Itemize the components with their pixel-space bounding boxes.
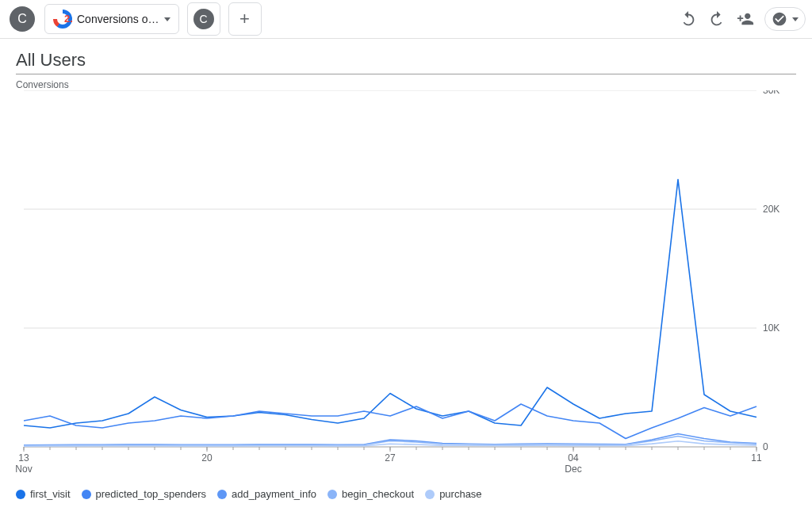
legend-dot-icon bbox=[327, 490, 337, 499]
svg-text:30K: 30K bbox=[763, 90, 779, 96]
legend-item[interactable]: begin_checkout bbox=[327, 488, 414, 500]
tab-inactive[interactable]: C bbox=[187, 2, 220, 36]
svg-text:Nov: Nov bbox=[16, 464, 33, 475]
undo-icon bbox=[680, 10, 697, 28]
person-add-icon bbox=[737, 10, 754, 28]
tab-conversions-active[interactable]: 2. Conversions o… bbox=[44, 4, 179, 34]
svg-text:04: 04 bbox=[568, 452, 579, 464]
svg-text:0: 0 bbox=[763, 441, 768, 452]
chart: 010K20K30K13Nov202704Dec11 bbox=[16, 90, 796, 479]
title-separator bbox=[16, 74, 796, 74]
legend-label: first_visit bbox=[30, 488, 71, 500]
legend-item[interactable]: purchase bbox=[425, 488, 481, 500]
share-button[interactable] bbox=[731, 5, 760, 33]
legend-item[interactable]: first_visit bbox=[16, 488, 71, 500]
legend-item[interactable]: add_payment_info bbox=[217, 488, 316, 500]
tab-label: Conversions o… bbox=[77, 13, 159, 25]
legend: first_visitpredicted_top_spendersadd_pay… bbox=[16, 488, 796, 500]
legend-label: purchase bbox=[439, 488, 481, 500]
annotation-step-badge: 2. bbox=[64, 13, 73, 25]
chart-svg: 010K20K30K13Nov202704Dec11 bbox=[16, 90, 796, 479]
y-axis-label: Conversions bbox=[16, 79, 812, 90]
legend-label: begin_checkout bbox=[342, 488, 414, 500]
check-circle-icon bbox=[772, 11, 787, 27]
svg-text:11: 11 bbox=[751, 452, 762, 464]
undo-button[interactable] bbox=[674, 5, 703, 33]
legend-dot-icon bbox=[82, 490, 91, 499]
svg-text:Dec: Dec bbox=[565, 464, 581, 475]
toolbar: C 2. Conversions o… C + bbox=[0, 0, 812, 39]
svg-text:13: 13 bbox=[18, 452, 29, 464]
redo-button[interactable] bbox=[703, 5, 731, 33]
svg-text:27: 27 bbox=[385, 452, 396, 464]
workspace-avatar[interactable]: C bbox=[10, 6, 35, 32]
legend-label: add_payment_info bbox=[232, 488, 316, 500]
legend-item[interactable]: predicted_top_spenders bbox=[82, 488, 207, 500]
chevron-down-icon[interactable] bbox=[164, 17, 170, 21]
svg-text:20K: 20K bbox=[763, 204, 779, 215]
legend-dot-icon bbox=[425, 490, 435, 499]
svg-text:10K: 10K bbox=[763, 322, 779, 334]
legend-label: predicted_top_spenders bbox=[96, 488, 207, 500]
svg-text:20: 20 bbox=[201, 452, 213, 464]
status-dropdown[interactable] bbox=[764, 7, 806, 31]
redo-icon bbox=[708, 10, 726, 28]
workspace-avatar-small: C bbox=[193, 9, 214, 29]
page-title: All Users bbox=[16, 50, 812, 71]
add-tab-button[interactable]: + bbox=[228, 2, 262, 36]
chevron-down-icon bbox=[792, 17, 799, 21]
legend-dot-icon bbox=[217, 490, 227, 499]
legend-dot-icon bbox=[16, 490, 25, 499]
